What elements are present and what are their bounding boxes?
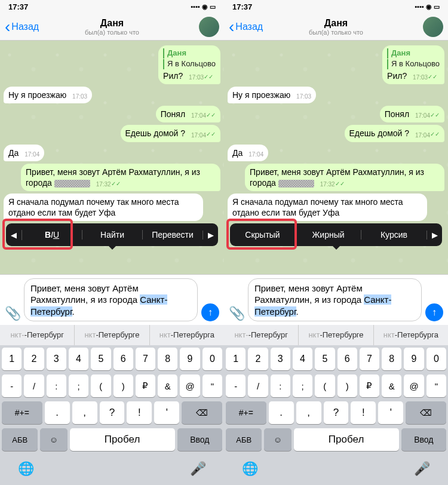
format-biu-button[interactable]: BIU bbox=[22, 230, 82, 240]
mic-icon[interactable]: 🎤 bbox=[414, 461, 430, 477]
key-7[interactable]: 7 bbox=[136, 348, 155, 370]
attach-icon[interactable]: 📎 bbox=[229, 306, 244, 321]
key-0[interactable]: 0 bbox=[202, 348, 222, 370]
send-button[interactable]: ↑ bbox=[425, 303, 443, 321]
globe-icon[interactable]: 🌐 bbox=[242, 461, 258, 477]
chat-title-wrap[interactable]: Даня был(а) только что bbox=[85, 18, 139, 36]
emoji-key[interactable]: ☺ bbox=[264, 428, 291, 451]
message-out[interactable]: Понял 17:04✓✓ bbox=[156, 106, 220, 122]
key-3[interactable]: 3 bbox=[271, 348, 290, 370]
abc-key[interactable]: АБВ bbox=[226, 428, 262, 451]
message-out[interactable]: Едешь домой ? 17:04✓✓ bbox=[345, 125, 445, 142]
message-out[interactable]: Привет, меня зовут Артём Рахматуллин, я … bbox=[21, 164, 220, 191]
key-punct[interactable]: ' bbox=[154, 401, 179, 424]
message-out[interactable]: Даня Я в Кольцово Рил? 17:03✓✓ bbox=[158, 45, 220, 84]
menu-next-icon[interactable]: ▶ bbox=[426, 231, 442, 240]
key-8[interactable]: 8 bbox=[382, 348, 401, 370]
message-out[interactable]: Понял 17:04✓✓ bbox=[380, 106, 444, 122]
chat-area[interactable]: Даня Я в Кольцово Рил? 17:03✓✓ Ну я прое… bbox=[0, 41, 224, 274]
key-4[interactable]: 4 bbox=[69, 348, 88, 370]
message-input[interactable]: Привет, меня зовут Артём Рахматуллин, я … bbox=[24, 278, 198, 322]
key-sym[interactable]: & bbox=[158, 375, 177, 397]
suggestion[interactable]: нкт-Петербурга bbox=[374, 325, 448, 345]
backspace-key[interactable]: ⌫ bbox=[406, 401, 446, 424]
send-button[interactable]: ↑ bbox=[201, 303, 219, 321]
message-out[interactable]: Даня Я в Кольцово Рил? 17:03✓✓ bbox=[382, 45, 444, 84]
find-button[interactable]: Найти bbox=[82, 230, 142, 240]
key-sym[interactable]: ) bbox=[337, 375, 357, 397]
key-5[interactable]: 5 bbox=[315, 348, 335, 370]
avatar[interactable] bbox=[199, 17, 219, 37]
avatar[interactable] bbox=[423, 17, 443, 37]
suggestion[interactable]: нкт-Петербурге bbox=[299, 325, 373, 345]
key-sym[interactable]: ) bbox=[113, 375, 133, 397]
shift-symbols-key[interactable]: #+= bbox=[226, 401, 266, 424]
spoiler-icon[interactable] bbox=[54, 180, 90, 188]
attach-icon[interactable]: 📎 bbox=[5, 306, 20, 321]
format-spoiler-button[interactable]: Скрытый bbox=[230, 230, 295, 240]
back-button[interactable]: Назад bbox=[229, 22, 263, 32]
key-sym[interactable]: / bbox=[248, 375, 268, 397]
message-in[interactable]: Ну я проезжаю 17:03 bbox=[4, 87, 92, 103]
suggestion[interactable]: нкт-Петербурга bbox=[150, 325, 224, 345]
abc-key[interactable]: АБВ bbox=[2, 428, 38, 451]
key-punct[interactable]: ? bbox=[324, 401, 349, 424]
chat-title-wrap[interactable]: Даня был(а) только что bbox=[309, 18, 363, 36]
message-in[interactable]: Да 17:04 bbox=[4, 145, 44, 161]
key-sym[interactable]: ₽ bbox=[136, 375, 155, 397]
key-punct[interactable]: , bbox=[72, 401, 97, 424]
message-in[interactable]: Я сначала подумал почему так много места… bbox=[228, 194, 427, 221]
globe-icon[interactable]: 🌐 bbox=[18, 461, 34, 477]
key-1[interactable]: 1 bbox=[2, 348, 22, 370]
key-5[interactable]: 5 bbox=[91, 348, 111, 370]
key-1[interactable]: 1 bbox=[226, 348, 246, 370]
key-6[interactable]: 6 bbox=[113, 348, 133, 370]
key-sym[interactable]: " bbox=[202, 375, 222, 397]
message-out[interactable]: Едешь домой ? 17:04✓✓ bbox=[121, 125, 221, 142]
mic-icon[interactable]: 🎤 bbox=[190, 461, 206, 477]
key-6[interactable]: 6 bbox=[337, 348, 357, 370]
message-in[interactable]: Да 17:04 bbox=[228, 145, 268, 161]
key-punct[interactable]: ! bbox=[127, 401, 152, 424]
key-9[interactable]: 9 bbox=[404, 348, 424, 370]
key-sym[interactable]: : bbox=[271, 375, 290, 397]
key-0[interactable]: 0 bbox=[426, 348, 446, 370]
key-sym[interactable]: ; bbox=[69, 375, 88, 397]
key-punct[interactable]: . bbox=[45, 401, 70, 424]
enter-key[interactable]: Ввод bbox=[401, 428, 446, 451]
key-sym[interactable]: : bbox=[47, 375, 66, 397]
key-2[interactable]: 2 bbox=[24, 348, 44, 370]
emoji-key[interactable]: ☺ bbox=[40, 428, 67, 451]
key-sym[interactable]: ( bbox=[91, 375, 111, 397]
enter-key[interactable]: Ввод bbox=[177, 428, 222, 451]
suggestion[interactable]: нкт--Петербург bbox=[0, 325, 75, 345]
key-7[interactable]: 7 bbox=[360, 348, 379, 370]
key-punct[interactable]: ' bbox=[378, 401, 403, 424]
menu-prev-icon[interactable]: ◀ bbox=[6, 231, 22, 240]
translate-button[interactable]: Перевести bbox=[142, 230, 202, 240]
spoiler-icon[interactable] bbox=[278, 180, 314, 188]
chat-area[interactable]: Даня Я в Кольцово Рил? 17:03✓✓ Ну я прое… bbox=[224, 41, 448, 274]
key-3[interactable]: 3 bbox=[47, 348, 66, 370]
key-sym[interactable]: ; bbox=[293, 375, 312, 397]
message-in[interactable]: Я сначала подумал почему так много места… bbox=[4, 194, 203, 221]
key-4[interactable]: 4 bbox=[293, 348, 312, 370]
key-sym[interactable]: & bbox=[382, 375, 401, 397]
space-key[interactable]: Пробел bbox=[70, 428, 175, 451]
menu-next-icon[interactable]: ▶ bbox=[202, 231, 218, 240]
key-sym[interactable]: - bbox=[2, 375, 22, 397]
suggestion[interactable]: нкт--Петербург bbox=[224, 325, 299, 345]
back-button[interactable]: Назад bbox=[5, 22, 39, 32]
key-punct[interactable]: , bbox=[296, 401, 321, 424]
key-punct[interactable]: ? bbox=[100, 401, 125, 424]
suggestion[interactable]: нкт-Петербурге bbox=[75, 325, 149, 345]
format-italic-button[interactable]: Курсив bbox=[361, 230, 426, 240]
key-9[interactable]: 9 bbox=[180, 348, 200, 370]
message-in[interactable]: Ну я проезжаю 17:03 bbox=[228, 87, 316, 103]
key-punct[interactable]: ! bbox=[351, 401, 376, 424]
message-input[interactable]: Привет, меня зовут Артём Рахматуллин, я … bbox=[248, 278, 422, 322]
key-punct[interactable]: . bbox=[269, 401, 294, 424]
message-out[interactable]: Привет, меня зовут Артём Рахматуллин, я … bbox=[245, 164, 444, 191]
shift-symbols-key[interactable]: #+= bbox=[2, 401, 42, 424]
key-sym[interactable]: " bbox=[426, 375, 446, 397]
